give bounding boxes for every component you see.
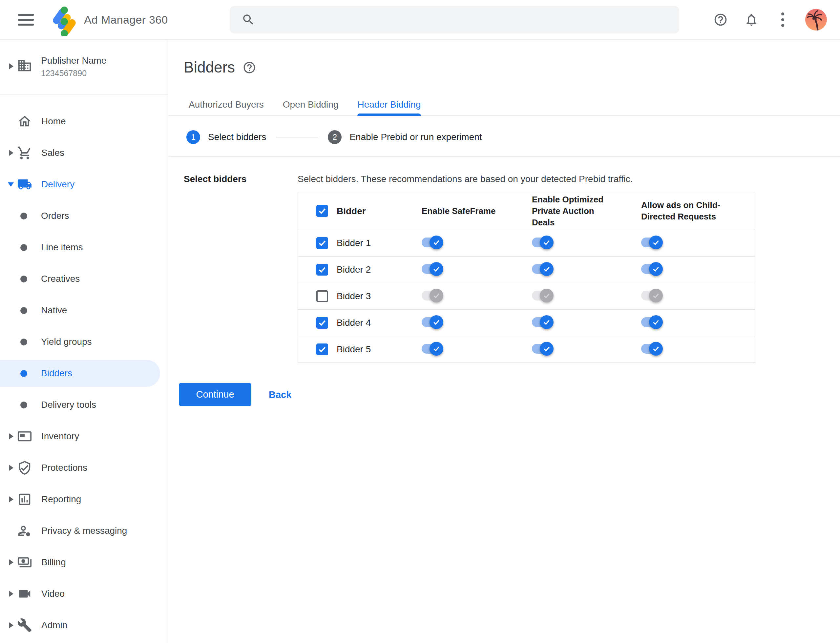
ad-manager-app: Ad Manager 360 [0, 0, 840, 643]
safeframe-toggle[interactable] [422, 315, 443, 329]
optimized-deals-toggle[interactable] [532, 342, 554, 356]
videocam-icon [17, 586, 32, 601]
shield-check-icon [17, 460, 32, 475]
stepper: 1 Select bidders 2 Enable Prebid or run … [186, 130, 482, 144]
safeframe-toggle[interactable] [422, 342, 443, 356]
chevron-right-icon [9, 496, 13, 502]
select-all-checkbox[interactable] [316, 205, 328, 217]
sidebar-item-billing[interactable]: Billing [0, 547, 168, 578]
child-directed-toggle[interactable] [641, 342, 663, 356]
continue-button[interactable]: Continue [179, 383, 251, 406]
step-2-label: Enable Prebid or run experiment [350, 132, 482, 142]
sidebar-item-delivery-tools[interactable]: Delivery tools [0, 389, 168, 421]
publisher-name: Publisher Name [41, 55, 106, 66]
optimized-deals-toggle[interactable] [532, 235, 554, 249]
row-checkbox[interactable] [316, 264, 328, 276]
tab-open-bidding[interactable]: Open Bidding [283, 95, 338, 116]
sidebar-item-inventory[interactable]: Inventory [0, 421, 168, 452]
sidebar-item-native[interactable]: Native [0, 295, 168, 326]
row-checkbox[interactable] [316, 290, 328, 302]
section-description: Select bidders. These recommendations ar… [297, 174, 633, 184]
wrench-icon [17, 618, 32, 633]
tab-header-bidding[interactable]: Header Bidding [357, 95, 421, 116]
cart-icon [17, 145, 32, 160]
tab-authorized-buyers[interactable]: Authorized Buyers [189, 95, 264, 116]
sidebar-item-line-items[interactable]: Line items [0, 232, 168, 263]
safeframe-toggle[interactable] [422, 262, 443, 276]
sidebar-item-delivery[interactable]: Delivery [0, 169, 168, 200]
optimized-deals-toggle[interactable] [532, 315, 554, 329]
chevron-down-icon [8, 183, 14, 187]
chevron-right-icon [9, 433, 13, 439]
publisher-account-switcher[interactable]: Publisher Name 1234567890 [0, 40, 168, 95]
building-icon [17, 58, 32, 73]
child-directed-toggle[interactable] [641, 235, 663, 249]
table-row: Bidder 3 [298, 283, 755, 310]
notifications-bell-icon[interactable] [744, 13, 758, 27]
child-directed-toggle[interactable] [641, 262, 663, 276]
step-2-circle: 2 [328, 130, 342, 144]
publisher-id: 1234567890 [41, 69, 87, 78]
ad-manager-logo-icon [46, 3, 79, 36]
step-1-label: Select bidders [208, 132, 266, 142]
bidder-name: Bidder 2 [337, 264, 371, 275]
search-input[interactable] [263, 10, 669, 30]
help-icon[interactable] [713, 13, 728, 27]
home-icon [17, 114, 32, 129]
column-header-optimized: Enable Optimized Private Auction Deals [532, 194, 617, 228]
optimized-deals-toggle[interactable] [532, 289, 554, 302]
main-content: Bidders Authorized Buyers Open Bidding H… [168, 40, 840, 643]
sidebar-item-protections[interactable]: Protections [0, 452, 168, 483]
chevron-right-icon [9, 559, 13, 565]
top-bar: Ad Manager 360 [0, 0, 840, 40]
sidebar-item-privacy-messaging[interactable]: Privacy & messaging [0, 515, 168, 547]
table-row: Bidder 1 [298, 230, 755, 256]
row-checkbox[interactable] [316, 317, 328, 329]
sidebar-item-bidders[interactable]: Bidders [0, 360, 160, 387]
search-bar[interactable] [230, 6, 679, 33]
sidebar-item-reporting[interactable]: Reporting [0, 483, 168, 515]
child-directed-toggle[interactable] [641, 315, 663, 329]
back-button[interactable]: Back [267, 383, 293, 406]
chevron-right-icon [9, 63, 13, 69]
bidder-name: Bidder 1 [337, 238, 371, 248]
chevron-right-icon [9, 465, 13, 471]
safeframe-toggle[interactable] [422, 235, 443, 249]
row-checkbox[interactable] [316, 343, 328, 355]
sidebar-item-creatives[interactable]: Creatives [0, 263, 168, 295]
bullet-icon [20, 276, 27, 282]
page-title: Bidders [184, 59, 235, 76]
page-help-icon[interactable] [242, 61, 256, 75]
child-directed-toggle[interactable] [641, 289, 663, 302]
bullet-icon [20, 244, 27, 251]
sidebar-item-video[interactable]: Video [0, 578, 168, 610]
sidebar-item-orders[interactable]: Orders [0, 200, 168, 232]
palm-tree-avatar-image [805, 9, 827, 31]
sidebar-nav: Home Sales Delivery Orders Line items [0, 95, 168, 641]
bullet-icon [20, 212, 27, 219]
person-privacy-icon [17, 523, 32, 539]
column-header-child-directed: Allow ads on Child-Directed Requests [641, 199, 726, 222]
chevron-right-icon [9, 591, 13, 597]
sidebar-item-sales[interactable]: Sales [0, 137, 168, 169]
section-divider [168, 157, 840, 157]
bullet-icon [20, 307, 27, 314]
safeframe-toggle[interactable] [422, 289, 443, 302]
bar-chart-icon [17, 492, 32, 507]
optimized-deals-toggle[interactable] [532, 262, 554, 276]
user-avatar[interactable] [805, 9, 827, 31]
bidders-table: Bidder Enable SafeFrame Enable Optimized… [297, 192, 755, 363]
sidebar: Publisher Name 1234567890 Home Sales Del… [0, 40, 168, 643]
truck-icon [17, 177, 32, 192]
row-checkbox[interactable] [316, 237, 328, 249]
payments-icon [17, 555, 32, 570]
table-row: Bidder 2 [298, 256, 755, 283]
section-label: Select bidders [184, 174, 247, 184]
sidebar-item-yield-groups[interactable]: Yield groups [0, 326, 168, 357]
hamburger-menu-icon[interactable] [18, 14, 34, 26]
sidebar-item-home[interactable]: Home [0, 106, 168, 137]
more-options-icon[interactable] [775, 13, 790, 27]
bidder-name: Bidder 3 [337, 291, 371, 302]
chevron-right-icon [9, 150, 13, 156]
sidebar-item-admin[interactable]: Admin [0, 610, 168, 641]
